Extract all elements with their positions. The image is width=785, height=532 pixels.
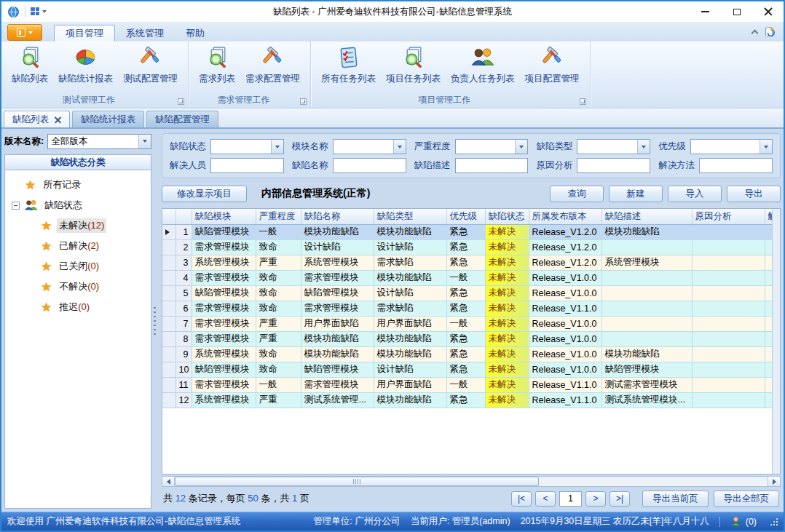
close-button[interactable] xyxy=(752,1,784,22)
grid-column-header[interactable]: 严重程度 xyxy=(256,209,301,224)
grid-row[interactable]: 4需求管理模块致命需求管理模块模块功能缺陷一般未解决Release_V1.0.0 xyxy=(162,270,781,285)
horizontal-scrollbar[interactable] xyxy=(162,476,781,487)
grid-row[interactable]: 3系统管理模块严重系统管理模块需求缺陷紧急未解决Release_V1.2.0系统… xyxy=(162,255,781,270)
dropdown-arrow-icon[interactable] xyxy=(637,140,650,154)
grid-row[interactable]: 7需求管理模块严重用户界面缺陷用户界面缺陷一般未解决Release_V1.0.0 xyxy=(162,316,781,331)
vertical-scrollbar[interactable] xyxy=(772,209,780,474)
new-button[interactable]: 新建 xyxy=(609,186,663,202)
prev-page-button[interactable]: < xyxy=(535,491,556,507)
dropdown-arrow-icon[interactable] xyxy=(393,140,406,154)
grid-row[interactable]: 6需求管理模块致命需求管理模块需求缺陷紧急未解决Release_V1.1.0 xyxy=(162,301,781,316)
resize-grip-icon[interactable] xyxy=(770,517,778,525)
project-tasks-button[interactable]: 项目任务列表 xyxy=(381,44,446,85)
doc-tab-defect-list[interactable]: 缺陷列表 xyxy=(4,111,70,127)
dialog-launcher-icon[interactable] xyxy=(300,98,307,105)
first-page-button[interactable]: |< xyxy=(511,491,532,507)
collapse-ribbon-icon[interactable] xyxy=(752,30,759,37)
cell-desc: 测试系统管理模块... xyxy=(601,392,692,408)
scrollbar-thumb[interactable] xyxy=(175,477,539,486)
minimize-button[interactable] xyxy=(690,1,721,22)
cell-severity: 致命 xyxy=(256,362,301,377)
export-all-pages-button[interactable]: 导出全部页 xyxy=(714,491,780,507)
tree-item-postponed[interactable]: ★ 推迟(0) xyxy=(5,297,151,317)
module-name-input[interactable] xyxy=(334,140,393,154)
grid-row[interactable]: 8需求管理模块严重模块功能缺陷模块功能缺陷紧急未解决Release_V1.0.0 xyxy=(162,331,781,346)
next-page-button[interactable]: > xyxy=(585,491,606,507)
dropdown-arrow-icon[interactable] xyxy=(271,140,283,154)
priority-input[interactable] xyxy=(691,140,760,154)
requirement-config-button[interactable]: 需求配置管理 xyxy=(240,44,305,85)
scroll-left-button[interactable] xyxy=(162,477,175,486)
grid-column-header[interactable]: 原因分析 xyxy=(692,209,765,224)
application-menu-button[interactable] xyxy=(7,24,42,41)
grid-column-header[interactable]: 缺陷模块 xyxy=(192,209,256,224)
scroll-right-button[interactable] xyxy=(768,477,780,486)
grid-column-header[interactable]: 缺陷类型 xyxy=(374,209,446,224)
doc-tab-defect-report[interactable]: 缺陷统计报表 xyxy=(72,111,144,127)
resolver-input[interactable] xyxy=(211,159,283,172)
owner-tasks-button[interactable]: 负责人任务列表 xyxy=(446,44,520,85)
last-page-button[interactable]: >| xyxy=(610,491,630,507)
ribbon-tab-help[interactable]: 帮助 xyxy=(175,25,216,41)
tree-item-defect-status[interactable]: 缺陷状态 xyxy=(5,195,151,215)
quick-access-layout-icon[interactable] xyxy=(31,7,47,16)
grid-column-header[interactable]: 缺陷状态 xyxy=(485,209,529,224)
grid-column-header[interactable]: 优先级 xyxy=(446,209,485,224)
version-combobox[interactable]: 全部版本 xyxy=(47,134,151,149)
defect-status-input[interactable] xyxy=(211,140,271,154)
ribbon-tab-project[interactable]: 项目管理 xyxy=(54,25,115,41)
grid-row[interactable]: 12系统管理模块严重测试系统管理...模块功能缺陷紧急未解决Release_V1… xyxy=(162,392,781,408)
cause-analysis-input[interactable] xyxy=(577,159,650,172)
defect-list-button[interactable]: 缺陷列表 xyxy=(7,44,53,85)
project-config-button[interactable]: 项目配置管理 xyxy=(520,44,585,85)
cell-status: 未解决 xyxy=(485,285,529,301)
grid-row[interactable]: 11需求管理模块一般需求管理模块用户界面缺陷一般未解决Release_V1.1.… xyxy=(162,377,781,392)
query-button[interactable]: 查询 xyxy=(550,186,604,202)
grid-row[interactable]: 2需求管理模块致命设计缺陷设计缺陷紧急未解决Release_V1.2.0 xyxy=(162,239,781,255)
grid-header-spacer xyxy=(162,209,175,224)
modify-display-button[interactable]: 修改显示项目 xyxy=(162,186,247,202)
severity-input[interactable] xyxy=(456,140,516,154)
defect-report-button[interactable]: 缺陷统计报表 xyxy=(53,44,118,85)
all-tasks-button[interactable]: 所有任务列表 xyxy=(316,44,381,85)
grid-column-header[interactable]: 缺陷名称 xyxy=(301,209,374,224)
dialog-launcher-icon[interactable] xyxy=(580,98,586,105)
tree-item-closed[interactable]: ★ 已关闭(0) xyxy=(5,256,151,277)
close-icon xyxy=(764,7,773,16)
tree-item-resolved[interactable]: ★ 已解决(2) xyxy=(5,236,151,256)
defect-type-input[interactable] xyxy=(577,140,637,154)
dropdown-arrow-icon[interactable] xyxy=(515,140,527,154)
tree-item-unresolved[interactable]: ★ 未解决(12) xyxy=(5,215,151,236)
refresh-icon[interactable] xyxy=(765,26,776,38)
tree-item-wont-fix[interactable]: ★ 不解决(0) xyxy=(5,277,151,297)
grid-row[interactable]: 10缺陷管理模块致命缺陷管理模块设计缺陷紧急未解决Release_V1.0.0缺… xyxy=(162,362,781,377)
solution-input[interactable] xyxy=(700,159,772,172)
online-user-icon[interactable] xyxy=(730,516,741,527)
close-tab-icon[interactable] xyxy=(55,116,61,123)
defect-desc-input[interactable] xyxy=(456,159,528,172)
ribbon-tab-system[interactable]: 系统管理 xyxy=(115,25,175,41)
tree-item-all-records[interactable]: ★ 所有记录 xyxy=(5,175,151,195)
cell-analysis xyxy=(692,377,765,392)
grid-row[interactable]: 1缺陷管理模块一般模块功能缺陷模块功能缺陷紧急未解决Release_V1.2.0… xyxy=(162,224,781,239)
sidebar-splitter[interactable] xyxy=(151,129,157,512)
import-button[interactable]: 导入 xyxy=(668,186,722,202)
dialog-launcher-icon[interactable] xyxy=(178,98,184,105)
cell-name: 用户界面缺陷 xyxy=(301,316,374,331)
maximize-button[interactable] xyxy=(721,1,752,22)
status-bar: 欢迎使用 广州爱奇迪软件科技有限公司-缺陷信息管理系统 管理单位: 广州分公司 … xyxy=(1,512,784,531)
grid-column-header[interactable]: 所属发布版本 xyxy=(529,209,601,224)
requirement-list-button[interactable]: 需求列表 xyxy=(194,44,240,85)
doc-tab-defect-config[interactable]: 缺陷配置管理 xyxy=(146,111,218,127)
grid-row[interactable]: 9系统管理模块致命模块功能缺陷模块功能缺陷紧急未解决Release_V1.0.0… xyxy=(162,346,781,362)
export-current-page-button[interactable]: 导出当前页 xyxy=(642,491,709,507)
dropdown-arrow-icon[interactable] xyxy=(138,135,151,148)
test-config-button[interactable]: 测试配置管理 xyxy=(118,44,183,85)
page-number-input[interactable] xyxy=(559,491,582,507)
grid-column-header[interactable]: 缺陷描述 xyxy=(601,209,692,224)
dropdown-arrow-icon[interactable] xyxy=(760,140,772,154)
defect-name-input[interactable] xyxy=(334,159,406,172)
collapse-node-icon[interactable] xyxy=(12,202,20,210)
export-button[interactable]: 导出 xyxy=(727,186,781,202)
grid-row[interactable]: 5缺陷管理模块致命缺陷管理模块设计缺陷紧急未解决Release_V1.0.0 xyxy=(162,285,781,301)
